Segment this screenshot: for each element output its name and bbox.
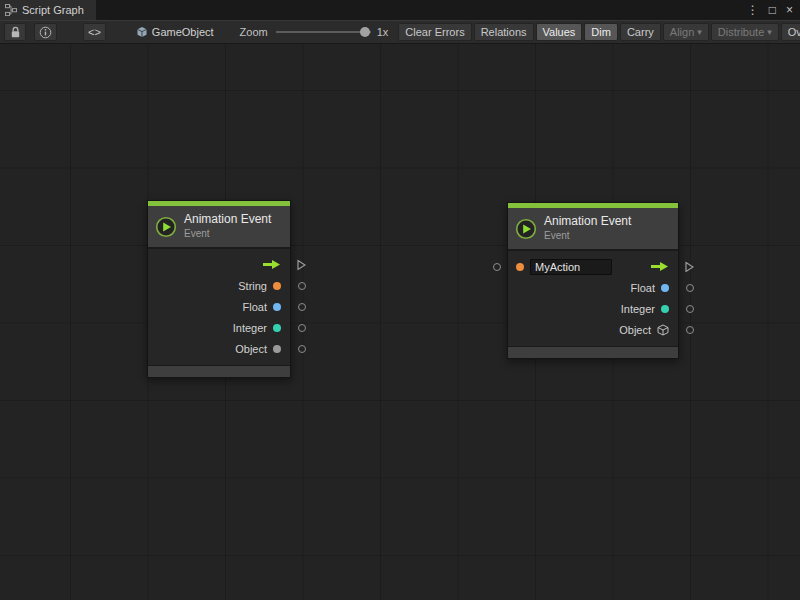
- graph-toolbar: <> GameObject Zoom 1x Clear Errors Relat…: [0, 20, 800, 44]
- chevron-down-icon: ▾: [767, 27, 772, 37]
- zoom-slider-handle[interactable]: [360, 27, 370, 37]
- integer-type-icon: [661, 305, 669, 313]
- port-label: Object: [619, 324, 651, 336]
- close-icon[interactable]: ×: [786, 4, 793, 16]
- overview-button[interactable]: Overview: [781, 23, 800, 41]
- zoom-value: 1x: [377, 26, 389, 38]
- script-graph-icon: [5, 4, 17, 16]
- dim-button[interactable]: Dim: [584, 23, 618, 41]
- node-footer: [508, 346, 678, 358]
- inspect-button[interactable]: [34, 23, 57, 41]
- output-row-integer: Integer: [508, 298, 678, 319]
- node-title: Animation Event: [184, 213, 271, 226]
- zoom-label: Zoom: [240, 26, 268, 38]
- chevron-down-icon: ▾: [697, 27, 702, 37]
- flow-arrow-icon: [650, 261, 669, 272]
- node-header: Animation Event Event: [508, 208, 678, 249]
- integer-output-port[interactable]: [686, 305, 694, 313]
- flow-arrow-icon: [262, 259, 281, 270]
- flow-output-port[interactable]: [685, 261, 694, 272]
- node-subtitle: Event: [544, 230, 631, 242]
- distribute-label: Distribute: [718, 26, 764, 38]
- node-header-text: Animation Event Event: [184, 213, 271, 240]
- float-type-icon: [273, 303, 281, 311]
- info-icon: [39, 26, 52, 39]
- object-cube-icon: [657, 324, 669, 336]
- gameobject-label: GameObject: [152, 26, 214, 38]
- action-name-field[interactable]: [530, 259, 612, 275]
- object-type-icon: [273, 345, 281, 353]
- float-output-port[interactable]: [298, 303, 306, 311]
- gameobject-icon: [136, 26, 148, 38]
- tab-title: Script Graph: [22, 4, 84, 16]
- script-graph-window: Script Graph ⋮ □ × <>: [0, 0, 800, 600]
- action-value-input-port[interactable]: [493, 263, 501, 271]
- float-output-port[interactable]: [686, 284, 694, 292]
- integer-type-icon: [273, 324, 281, 332]
- animation-event-node-2[interactable]: Animation Event Event: [507, 202, 679, 359]
- output-row-object: Object: [148, 338, 290, 359]
- port-label: Integer: [621, 303, 655, 315]
- zoom-slider-track: [276, 31, 371, 33]
- output-row-float: Float: [148, 296, 290, 317]
- output-row-integer: Integer: [148, 317, 290, 338]
- carry-button[interactable]: Carry: [620, 23, 661, 41]
- port-label: Integer: [233, 322, 267, 334]
- maximize-icon[interactable]: □: [769, 4, 776, 16]
- node-subtitle: Event: [184, 228, 271, 240]
- event-play-icon: [155, 216, 177, 238]
- tab-script-graph[interactable]: Script Graph: [0, 0, 96, 20]
- zoom-slider[interactable]: [276, 23, 371, 41]
- animation-event-node-1[interactable]: Animation Event Event String: [147, 200, 291, 378]
- port-label: Object: [235, 343, 267, 355]
- output-row-string: String: [148, 275, 290, 296]
- output-row-object: Object: [508, 319, 678, 340]
- align-label: Align: [670, 26, 694, 38]
- tab-bar: Script Graph ⋮ □ ×: [0, 0, 800, 20]
- string-type-icon: [273, 282, 281, 290]
- integer-output-port[interactable]: [298, 324, 306, 332]
- node-header: Animation Event Event: [148, 206, 290, 247]
- node-footer: [148, 365, 290, 377]
- flow-output-port[interactable]: [297, 259, 306, 270]
- code-icon: <>: [88, 26, 101, 38]
- action-input-row: [508, 256, 678, 277]
- lock-icon: [10, 26, 21, 39]
- port-label: String: [238, 280, 267, 292]
- relations-button[interactable]: Relations: [474, 23, 534, 41]
- node-body: Float Integer Object: [508, 249, 678, 346]
- string-output-port[interactable]: [298, 282, 306, 290]
- event-play-icon: [515, 218, 537, 240]
- align-button[interactable]: Align ▾: [663, 23, 709, 41]
- node-title: Animation Event: [544, 215, 631, 228]
- object-output-port[interactable]: [686, 326, 694, 334]
- values-button[interactable]: Values: [536, 23, 583, 41]
- output-row-float: Float: [508, 277, 678, 298]
- lock-button[interactable]: [4, 23, 26, 41]
- string-type-icon: [516, 263, 524, 271]
- kebab-menu-icon[interactable]: ⋮: [747, 4, 759, 16]
- port-label: Float: [243, 301, 267, 313]
- port-label: Float: [631, 282, 655, 294]
- object-output-port[interactable]: [298, 345, 306, 353]
- distribute-button[interactable]: Distribute ▾: [711, 23, 779, 41]
- graph-owner[interactable]: GameObject: [136, 26, 214, 38]
- node-header-text: Animation Event Event: [544, 215, 631, 242]
- code-preview-button[interactable]: <>: [83, 23, 106, 41]
- node-body: String Float Integer Object: [148, 247, 290, 365]
- float-type-icon: [661, 284, 669, 292]
- flow-output-row: [148, 254, 290, 275]
- clear-errors-button[interactable]: Clear Errors: [398, 23, 471, 41]
- window-controls: ⋮ □ ×: [747, 0, 800, 20]
- graph-canvas[interactable]: Animation Event Event String: [0, 44, 800, 600]
